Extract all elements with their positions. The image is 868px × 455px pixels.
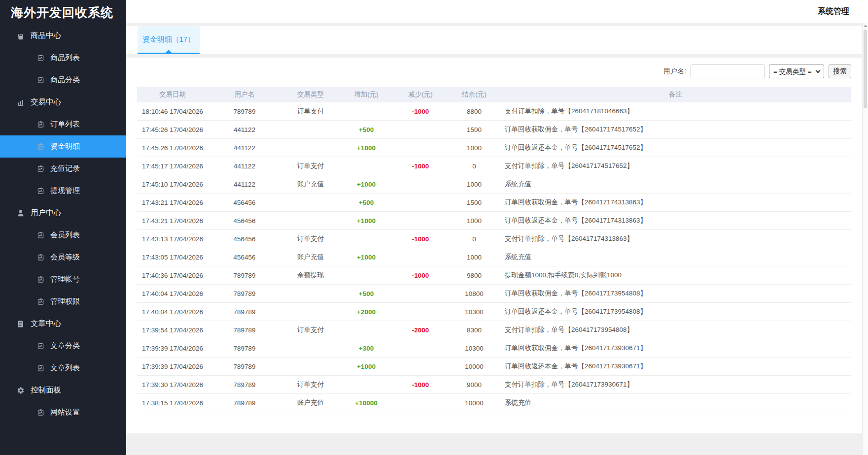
system-admin-menu[interactable]: 系统管理 — [818, 6, 849, 17]
table-row: 17:43:21 17/04/2026456456+5001500订单回收获取佣… — [137, 194, 851, 212]
sidebar-item[interactable]: 商品分类 — [0, 69, 126, 91]
cell-balance: 0 — [449, 235, 500, 243]
table-row: 17:45:10 17/04/2026441122账户充值+10001000系统… — [137, 175, 851, 194]
column-header: 减少(元) — [392, 90, 449, 99]
column-header: 交易类型 — [281, 90, 340, 99]
cell-increase: +1000 — [340, 144, 392, 152]
cell-user: 456456 — [208, 199, 281, 206]
cell-date: 17:43:21 17/04/2026 — [137, 199, 208, 206]
column-header: 结余(元) — [449, 90, 500, 99]
clipboard-chart-icon — [36, 120, 45, 129]
sidebar-item[interactable]: 商品列表 — [0, 47, 126, 69]
sidebar-section-item[interactable]: 商品中心 — [0, 25, 126, 47]
cell-type: 账户充值 — [281, 180, 340, 189]
cell-remark: 支付订单扣除，单号【260417173954808】 — [500, 325, 851, 334]
cell-type: 订单支付 — [281, 380, 340, 389]
cell-user: 789789 — [208, 290, 281, 297]
clipboard-chart-icon — [36, 275, 45, 284]
tab-bar: 资金明细（17） — [126, 26, 868, 54]
transaction-type-select[interactable]: = 交易类型 = — [769, 65, 824, 78]
cell-balance: 0 — [449, 162, 500, 170]
sidebar-item[interactable]: 会员等级 — [0, 246, 126, 268]
username-input[interactable] — [691, 65, 764, 78]
table-row: 17:39:30 17/04/2026789789订单支付-10009000支付… — [137, 376, 851, 394]
cell-remark: 订单回收返还本金，单号【260417174517652】 — [500, 143, 851, 152]
cell-increase: +2000 — [340, 308, 392, 316]
transaction-type-select-wrap: = 交易类型 = — [769, 65, 824, 78]
cell-balance: 8800 — [449, 108, 500, 115]
column-header: 增加(元) — [340, 90, 392, 99]
sidebar: 海外开发回收系统 商品中心商品列表商品分类交易中心订单列表资金明细充值记录提现管… — [0, 0, 126, 455]
cell-type: 账户充值 — [281, 398, 340, 407]
clipboard-chart-icon — [36, 342, 45, 351]
cell-user: 456456 — [208, 217, 281, 225]
bar-chart-icon — [16, 98, 25, 107]
cell-balance: 1000 — [449, 254, 500, 261]
sidebar-section-label: 用户中心 — [31, 208, 61, 218]
cell-date: 17:39:39 17/04/2026 — [137, 345, 208, 352]
cell-increase: +1000 — [340, 181, 392, 188]
cell-user: 789789 — [208, 345, 281, 352]
sidebar-item-label: 网站设置 — [50, 408, 80, 417]
cell-balance: 10000 — [449, 399, 500, 407]
table-row: 17:43:21 17/04/2026456456+10001000订单回收返还… — [137, 212, 851, 230]
topbar: 系统管理 — [126, 0, 868, 23]
cell-user: 789789 — [208, 381, 281, 389]
cell-date: 17:39:30 17/04/2026 — [137, 381, 208, 389]
table-body: 18:10:46 17/04/2026789789订单支付-10008800支付… — [137, 102, 851, 412]
sidebar-section-item[interactable]: 文章中心 — [0, 313, 126, 335]
app-title: 海外开发回收系统 — [0, 0, 126, 23]
sidebar-item[interactable]: 提现管理 — [0, 180, 126, 202]
search-toolbar: 用户名: = 交易类型 = 搜索 — [137, 65, 851, 78]
cell-remark: 提现金额1000,扣手续费0,实际到账1000 — [500, 271, 851, 280]
sidebar-section-label: 交易中心 — [31, 97, 61, 107]
cell-date: 17:40:36 17/04/2026 — [137, 272, 208, 279]
tab-active-indicator — [166, 50, 172, 53]
sidebar-item-label: 管理权限 — [50, 297, 80, 306]
search-button[interactable]: 搜索 — [829, 65, 851, 78]
cell-increase: +500 — [340, 290, 392, 297]
cell-remark: 订单回收获取佣金，单号【260417173954808】 — [500, 289, 851, 298]
table-row: 17:38:15 17/04/2026789789账户充值+1000010000… — [137, 394, 851, 412]
clipboard-chart-icon — [36, 408, 45, 417]
cell-remark: 订单回收获取佣金，单号【260417174517652】 — [500, 125, 851, 134]
shopping-bag-icon — [16, 32, 25, 40]
cell-increase: +10000 — [340, 399, 392, 407]
cell-type: 余额提现 — [281, 271, 340, 280]
scrollbar[interactable] — [862, 23, 868, 455]
sidebar-item-label: 文章列表 — [50, 363, 80, 373]
sidebar-item[interactable]: 充值记录 — [0, 158, 126, 180]
cell-date: 17:43:21 17/04/2026 — [137, 217, 208, 225]
table-row: 17:39:39 17/04/2026789789+100010000订单回收返… — [137, 358, 851, 376]
cell-increase: +300 — [340, 345, 392, 352]
cell-increase: +1000 — [340, 254, 392, 261]
sidebar-item[interactable]: 订单列表 — [0, 113, 126, 135]
tab-funds-detail[interactable]: 资金明细（17） — [138, 26, 200, 54]
document-icon — [16, 320, 25, 328]
sidebar-section-item[interactable]: 交易中心 — [0, 91, 126, 113]
sidebar-item[interactable]: 管理帐号 — [0, 268, 126, 291]
cell-user: 789789 — [208, 308, 281, 316]
sidebar-item[interactable]: 管理权限 — [0, 291, 126, 313]
column-header: 交易日期 — [137, 90, 208, 99]
username-label: 用户名: — [663, 67, 686, 76]
cell-balance: 9000 — [449, 381, 500, 389]
scrollbar-up-arrow[interactable] — [864, 25, 868, 27]
sidebar-section-item[interactable]: 控制面板 — [0, 379, 126, 401]
app-root: 海外开发回收系统 商品中心商品列表商品分类交易中心订单列表资金明细充值记录提现管… — [0, 0, 868, 455]
scrollbar-thumb[interactable] — [864, 30, 867, 108]
cell-balance: 1000 — [449, 144, 500, 152]
cell-type: 订单支付 — [281, 107, 340, 116]
clipboard-chart-icon — [36, 187, 45, 195]
sidebar-item[interactable]: 文章列表 — [0, 357, 126, 379]
sidebar-item[interactable]: 资金明细 — [0, 135, 126, 158]
sidebar-item[interactable]: 会员列表 — [0, 224, 126, 246]
table-row: 17:43:13 17/04/2026456456订单支付-10000支付订单扣… — [137, 230, 851, 248]
cell-date: 17:40:04 17/04/2026 — [137, 290, 208, 297]
sidebar-item[interactable]: 文章分类 — [0, 335, 126, 357]
funds-table: 交易日期用户名交易类型增加(元)减少(元)结余(元)备注 18:10:46 17… — [137, 87, 851, 412]
sidebar-item[interactable]: 网站设置 — [0, 401, 126, 423]
sidebar-section-item[interactable]: 用户中心 — [0, 202, 126, 224]
sidebar-section-label: 商品中心 — [31, 31, 61, 41]
cell-date: 17:45:26 17/04/2026 — [137, 144, 208, 152]
